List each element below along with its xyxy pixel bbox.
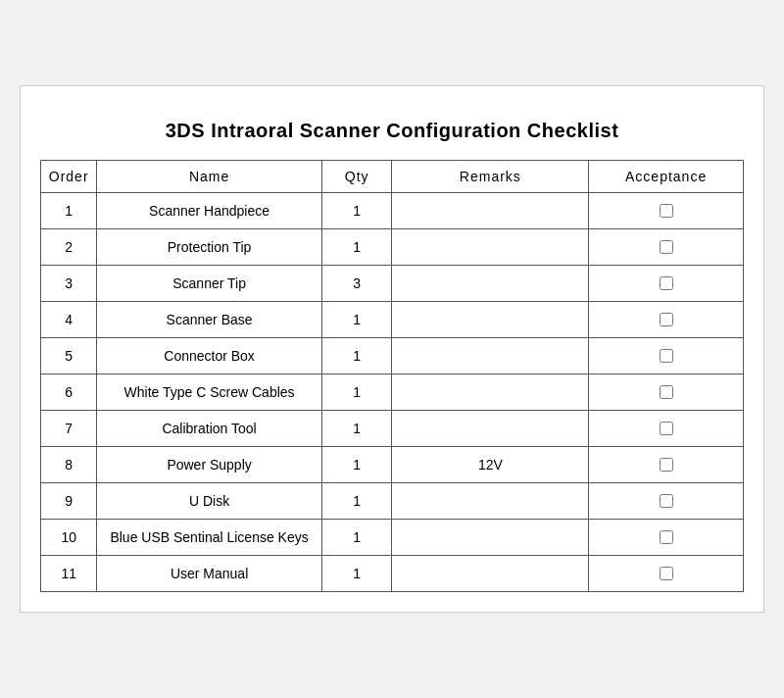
table-row: 9U Disk1	[41, 483, 744, 520]
cell-order: 6	[41, 374, 97, 411]
cell-name: White Type C Screw Cables	[97, 374, 321, 411]
cell-acceptance[interactable]	[589, 302, 744, 338]
cell-qty: 1	[321, 229, 392, 266]
acceptance-checkbox[interactable]	[660, 276, 673, 290]
cell-name: Calibration Tool	[97, 411, 321, 447]
cell-remarks	[392, 520, 589, 556]
cell-remarks	[392, 483, 589, 520]
checklist-container: 3DS Intraoral Scanner Configuration Chec…	[20, 85, 764, 613]
cell-order: 10	[41, 520, 97, 556]
cell-name: Connector Box	[97, 338, 321, 374]
header-name: Name	[97, 161, 321, 193]
cell-order: 3	[41, 266, 97, 302]
table-row: 10Blue USB Sentinal License Keys1	[41, 520, 744, 556]
cell-order: 1	[41, 193, 97, 229]
table-row: 4Scanner Base1	[41, 302, 744, 338]
cell-name: Scanner Handpiece	[97, 193, 321, 229]
table-row: 5Connector Box1	[41, 338, 744, 374]
acceptance-checkbox[interactable]	[660, 385, 673, 399]
cell-remarks	[392, 266, 589, 302]
cell-acceptance[interactable]	[589, 483, 744, 520]
cell-order: 2	[41, 229, 97, 266]
cell-name: Scanner Tip	[97, 266, 321, 302]
table-row: 8Power Supply112V	[41, 447, 744, 483]
acceptance-checkbox[interactable]	[660, 530, 673, 544]
table-row: 7Calibration Tool1	[41, 411, 744, 447]
cell-acceptance[interactable]	[589, 520, 744, 556]
header-remarks: Remarks	[392, 161, 589, 193]
header-order: Order	[41, 161, 97, 193]
cell-qty: 1	[321, 447, 392, 483]
cell-order: 4	[41, 302, 97, 338]
cell-acceptance[interactable]	[589, 266, 744, 302]
cell-qty: 3	[321, 266, 392, 302]
cell-acceptance[interactable]	[589, 556, 744, 592]
table-row: 11User Manual1	[41, 556, 744, 592]
cell-acceptance[interactable]	[589, 193, 744, 229]
cell-acceptance[interactable]	[589, 338, 744, 374]
cell-qty: 1	[321, 302, 392, 338]
cell-remarks	[392, 229, 589, 266]
cell-name: Power Supply	[97, 447, 321, 483]
cell-qty: 1	[321, 193, 392, 229]
cell-remarks	[392, 374, 589, 411]
cell-name: U Disk	[97, 483, 321, 520]
checklist-table: Order Name Qty Remarks Acceptance 1Scann…	[40, 160, 744, 592]
cell-remarks	[392, 411, 589, 447]
acceptance-checkbox[interactable]	[660, 349, 673, 363]
acceptance-checkbox[interactable]	[660, 567, 673, 580]
table-row: 1Scanner Handpiece1	[41, 193, 744, 229]
cell-remarks	[392, 302, 589, 338]
cell-remarks	[392, 338, 589, 374]
cell-order: 11	[41, 556, 97, 592]
table-row: 2Protection Tip1	[41, 229, 744, 266]
acceptance-checkbox[interactable]	[660, 204, 673, 218]
cell-order: 8	[41, 447, 97, 483]
acceptance-checkbox[interactable]	[660, 313, 673, 326]
table-row: 6White Type C Screw Cables1	[41, 374, 744, 411]
cell-qty: 1	[321, 374, 392, 411]
cell-order: 7	[41, 411, 97, 447]
cell-remarks	[392, 193, 589, 229]
cell-acceptance[interactable]	[589, 374, 744, 411]
cell-qty: 1	[321, 338, 392, 374]
acceptance-checkbox[interactable]	[660, 422, 673, 435]
table-row: 3Scanner Tip3	[41, 266, 744, 302]
page-title: 3DS Intraoral Scanner Configuration Chec…	[40, 106, 744, 160]
cell-remarks	[392, 556, 589, 592]
cell-remarks: 12V	[392, 447, 589, 483]
acceptance-checkbox[interactable]	[660, 494, 673, 508]
cell-order: 5	[41, 338, 97, 374]
cell-name: User Manual	[97, 556, 321, 592]
cell-qty: 1	[321, 411, 392, 447]
cell-qty: 1	[321, 556, 392, 592]
cell-qty: 1	[321, 520, 392, 556]
cell-name: Blue USB Sentinal License Keys	[97, 520, 321, 556]
cell-acceptance[interactable]	[589, 447, 744, 483]
acceptance-checkbox[interactable]	[660, 458, 673, 472]
cell-order: 9	[41, 483, 97, 520]
cell-name: Scanner Base	[97, 302, 321, 338]
cell-qty: 1	[321, 483, 392, 520]
acceptance-checkbox[interactable]	[660, 240, 673, 254]
cell-name: Protection Tip	[97, 229, 321, 266]
cell-acceptance[interactable]	[589, 411, 744, 447]
header-qty: Qty	[321, 161, 392, 193]
cell-acceptance[interactable]	[589, 229, 744, 266]
header-acceptance: Acceptance	[589, 161, 744, 193]
